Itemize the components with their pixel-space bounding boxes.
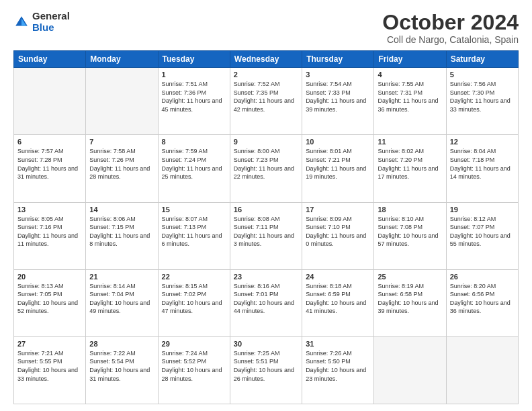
day-info: Sunrise: 7:52 AMSunset: 7:35 PMDaylight:… — [234, 80, 298, 113]
calendar-cell: 2Sunrise: 7:52 AMSunset: 7:35 PMDaylight… — [230, 68, 302, 135]
day-number: 30 — [234, 340, 298, 348]
calendar-cell: 23Sunrise: 8:16 AMSunset: 7:01 PMDayligh… — [230, 269, 302, 336]
week-row-3: 13Sunrise: 8:05 AMSunset: 7:16 PMDayligh… — [14, 202, 519, 269]
title-block: October 2024 Coll de Nargo, Catalonia, S… — [382, 11, 519, 45]
day-info: Sunrise: 8:14 AMSunset: 7:04 PMDaylight:… — [89, 282, 154, 316]
day-number: 4 — [378, 71, 442, 79]
week-row-1: 1Sunrise: 7:51 AMSunset: 7:36 PMDaylight… — [14, 68, 519, 135]
calendar-cell: 19Sunrise: 8:12 AMSunset: 7:07 PMDayligh… — [446, 202, 518, 269]
day-info: Sunrise: 8:15 AMSunset: 7:02 PMDaylight:… — [162, 282, 226, 316]
calendar-table: SundayMondayTuesdayWednesdayThursdayFrid… — [13, 50, 519, 404]
day-number: 18 — [378, 205, 442, 214]
header: General Blue October 2024 Coll de Nargo,… — [13, 11, 519, 45]
day-info: Sunrise: 8:08 AMSunset: 7:11 PMDaylight:… — [234, 215, 298, 248]
day-number: 31 — [306, 340, 370, 348]
weekday-header-tuesday: Tuesday — [158, 51, 230, 68]
day-info: Sunrise: 7:26 AMSunset: 5:50 PMDaylight:… — [306, 349, 370, 383]
day-info: Sunrise: 8:10 AMSunset: 7:08 PMDaylight:… — [378, 215, 442, 248]
calendar-cell: 30Sunrise: 7:25 AMSunset: 5:51 PMDayligh… — [230, 336, 302, 404]
day-info: Sunrise: 8:18 AMSunset: 6:59 PMDaylight:… — [306, 282, 370, 316]
calendar-cell — [374, 336, 446, 404]
day-info: Sunrise: 8:04 AMSunset: 7:18 PMDaylight:… — [450, 147, 515, 181]
day-number: 14 — [89, 205, 154, 214]
day-number: 27 — [17, 340, 82, 348]
weekday-header-saturday: Saturday — [446, 51, 518, 68]
calendar-cell: 1Sunrise: 7:51 AMSunset: 7:36 PMDaylight… — [158, 68, 230, 135]
weekday-header-wednesday: Wednesday — [230, 51, 302, 68]
calendar-cell: 9Sunrise: 8:00 AMSunset: 7:23 PMDaylight… — [230, 135, 302, 202]
calendar-cell: 20Sunrise: 8:13 AMSunset: 7:05 PMDayligh… — [14, 269, 86, 336]
logo-icon — [13, 14, 30, 30]
weekday-header-thursday: Thursday — [302, 51, 374, 68]
day-number: 26 — [450, 273, 515, 281]
calendar-cell: 14Sunrise: 8:06 AMSunset: 7:15 PMDayligh… — [86, 202, 158, 269]
calendar-cell: 16Sunrise: 8:08 AMSunset: 7:11 PMDayligh… — [230, 202, 302, 269]
logo-general: General — [32, 10, 70, 21]
day-info: Sunrise: 8:13 AMSunset: 7:05 PMDaylight:… — [17, 282, 82, 316]
calendar-cell: 28Sunrise: 7:22 AMSunset: 5:54 PMDayligh… — [86, 336, 158, 404]
week-row-5: 27Sunrise: 7:21 AMSunset: 5:55 PMDayligh… — [14, 336, 519, 404]
day-info: Sunrise: 8:09 AMSunset: 7:10 PMDaylight:… — [306, 215, 370, 248]
day-info: Sunrise: 7:21 AMSunset: 5:55 PMDaylight:… — [17, 349, 82, 383]
weekday-header-sunday: Sunday — [14, 51, 86, 68]
day-info: Sunrise: 7:58 AMSunset: 7:26 PMDaylight:… — [89, 147, 154, 181]
logo-blue: Blue — [32, 21, 54, 33]
calendar-cell: 3Sunrise: 7:54 AMSunset: 7:33 PMDaylight… — [302, 68, 374, 135]
calendar-cell: 7Sunrise: 7:58 AMSunset: 7:26 PMDaylight… — [86, 135, 158, 202]
day-info: Sunrise: 7:51 AMSunset: 7:36 PMDaylight:… — [162, 80, 226, 113]
calendar-cell — [14, 68, 86, 135]
day-number: 23 — [234, 273, 298, 281]
calendar-cell: 6Sunrise: 7:57 AMSunset: 7:28 PMDaylight… — [14, 135, 86, 202]
weekday-header-monday: Monday — [86, 51, 158, 68]
calendar-cell: 31Sunrise: 7:26 AMSunset: 5:50 PMDayligh… — [302, 336, 374, 404]
day-info: Sunrise: 8:02 AMSunset: 7:20 PMDaylight:… — [378, 147, 442, 181]
day-info: Sunrise: 7:24 AMSunset: 5:52 PMDaylight:… — [162, 349, 226, 383]
day-number: 10 — [306, 138, 370, 146]
day-number: 17 — [306, 205, 370, 214]
day-number: 13 — [17, 205, 82, 214]
calendar-cell: 10Sunrise: 8:01 AMSunset: 7:21 PMDayligh… — [302, 135, 374, 202]
day-info: Sunrise: 8:05 AMSunset: 7:16 PMDaylight:… — [17, 215, 82, 248]
day-info: Sunrise: 8:20 AMSunset: 6:56 PMDaylight:… — [450, 282, 515, 316]
calendar-cell: 15Sunrise: 8:07 AMSunset: 7:13 PMDayligh… — [158, 202, 230, 269]
day-number: 29 — [162, 340, 226, 348]
calendar-cell: 11Sunrise: 8:02 AMSunset: 7:20 PMDayligh… — [374, 135, 446, 202]
logo: General Blue — [13, 11, 70, 33]
calendar-cell: 27Sunrise: 7:21 AMSunset: 5:55 PMDayligh… — [14, 336, 86, 404]
calendar-cell: 4Sunrise: 7:55 AMSunset: 7:31 PMDaylight… — [374, 68, 446, 135]
day-info: Sunrise: 8:07 AMSunset: 7:13 PMDaylight:… — [162, 215, 226, 248]
day-number: 6 — [17, 138, 82, 146]
location: Coll de Nargo, Catalonia, Spain — [382, 34, 519, 45]
page: General Blue October 2024 Coll de Nargo,… — [0, 0, 532, 411]
day-number: 16 — [234, 205, 298, 214]
calendar-cell: 24Sunrise: 8:18 AMSunset: 6:59 PMDayligh… — [302, 269, 374, 336]
calendar-cell: 12Sunrise: 8:04 AMSunset: 7:18 PMDayligh… — [446, 135, 518, 202]
week-row-4: 20Sunrise: 8:13 AMSunset: 7:05 PMDayligh… — [14, 269, 519, 336]
logo-text: General Blue — [32, 11, 70, 33]
day-number: 21 — [89, 273, 154, 281]
calendar-cell: 8Sunrise: 7:59 AMSunset: 7:24 PMDaylight… — [158, 135, 230, 202]
day-info: Sunrise: 8:00 AMSunset: 7:23 PMDaylight:… — [234, 147, 298, 181]
day-info: Sunrise: 7:57 AMSunset: 7:28 PMDaylight:… — [17, 147, 82, 181]
day-number: 9 — [234, 138, 298, 146]
day-number: 28 — [89, 340, 154, 348]
calendar-cell: 25Sunrise: 8:19 AMSunset: 6:58 PMDayligh… — [374, 269, 446, 336]
calendar-cell: 29Sunrise: 7:24 AMSunset: 5:52 PMDayligh… — [158, 336, 230, 404]
month-title: October 2024 — [382, 11, 519, 34]
day-number: 11 — [378, 138, 442, 146]
day-info: Sunrise: 8:12 AMSunset: 7:07 PMDaylight:… — [450, 215, 515, 248]
day-info: Sunrise: 7:22 AMSunset: 5:54 PMDaylight:… — [89, 349, 154, 383]
day-number: 15 — [162, 205, 226, 214]
day-info: Sunrise: 8:01 AMSunset: 7:21 PMDaylight:… — [306, 147, 370, 181]
day-info: Sunrise: 7:54 AMSunset: 7:33 PMDaylight:… — [306, 80, 370, 113]
day-number: 25 — [378, 273, 442, 281]
day-info: Sunrise: 7:25 AMSunset: 5:51 PMDaylight:… — [234, 349, 298, 383]
calendar-cell: 17Sunrise: 8:09 AMSunset: 7:10 PMDayligh… — [302, 202, 374, 269]
calendar-cell — [86, 68, 158, 135]
weekday-header-row: SundayMondayTuesdayWednesdayThursdayFrid… — [14, 51, 519, 68]
day-info: Sunrise: 7:59 AMSunset: 7:24 PMDaylight:… — [162, 147, 226, 181]
day-info: Sunrise: 7:56 AMSunset: 7:30 PMDaylight:… — [450, 80, 515, 113]
day-number: 5 — [450, 71, 515, 79]
calendar-cell: 13Sunrise: 8:05 AMSunset: 7:16 PMDayligh… — [14, 202, 86, 269]
day-number: 3 — [306, 71, 370, 79]
